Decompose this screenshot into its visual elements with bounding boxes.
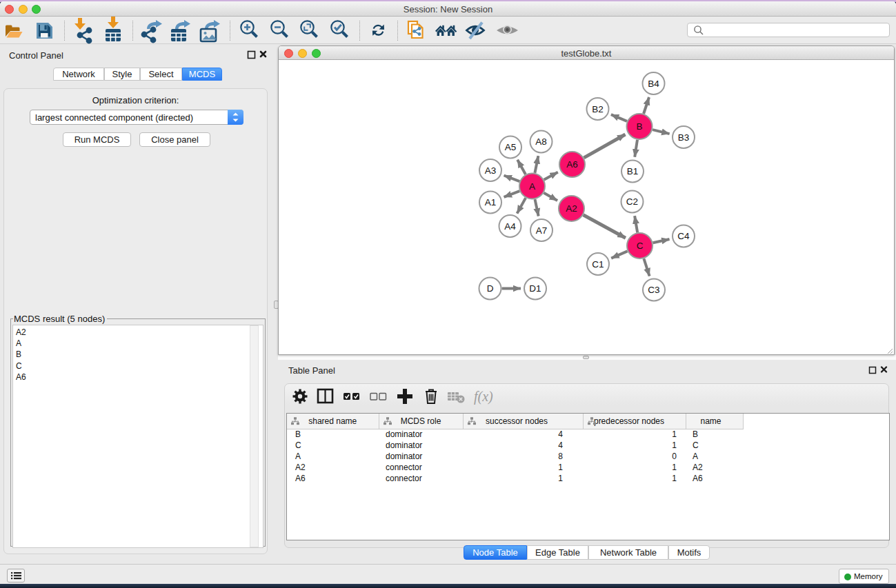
svg-text:f(x): f(x) (474, 389, 493, 405)
svg-text:B4: B4 (648, 78, 659, 88)
svg-text:A: A (529, 181, 535, 191)
svg-text:B1: B1 (627, 166, 639, 176)
svg-text:C: C (637, 241, 644, 251)
svg-text:C4: C4 (677, 231, 690, 241)
svg-text:D1: D1 (529, 283, 541, 294)
svg-text:A4: A4 (504, 221, 516, 231)
svg-text:A3: A3 (485, 165, 497, 175)
svg-text:A2: A2 (566, 203, 577, 214)
svg-text:A8: A8 (535, 136, 547, 147)
svg-text:A1: A1 (485, 197, 497, 207)
svg-text:C2: C2 (626, 196, 638, 207)
svg-text:A6: A6 (566, 159, 578, 170)
svg-text:B: B (636, 121, 642, 132)
svg-text:B2: B2 (592, 103, 604, 114)
svg-text:D: D (487, 283, 494, 294)
svg-text:A5: A5 (505, 142, 517, 152)
svg-text:B3: B3 (678, 132, 690, 142)
svg-text:C1: C1 (592, 258, 604, 269)
svg-text:C3: C3 (648, 285, 659, 295)
svg-text:A7: A7 (536, 225, 548, 235)
